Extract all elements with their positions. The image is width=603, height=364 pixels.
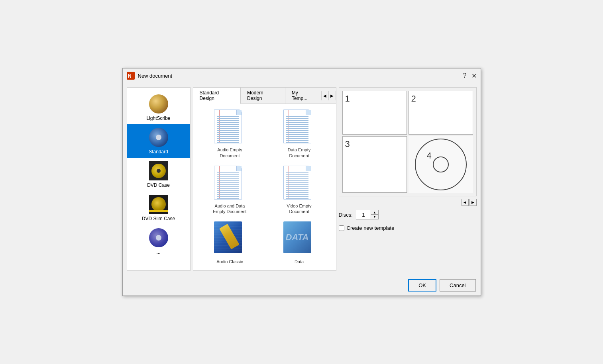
new-document-dialog: N New document ? ✕ LightScribe — [122, 68, 481, 296]
create-template-label: Create new template — [347, 225, 395, 231]
tab-nav-right-button[interactable]: ▶ — [329, 91, 336, 100]
preview-scroll-left-button[interactable]: ◀ — [462, 199, 469, 206]
bluray-icon — [149, 228, 169, 248]
titlebar: N New document ? ✕ — [123, 68, 481, 83]
titlebar-left: N New document — [127, 72, 173, 80]
lightscribe-label: LightScribe — [146, 115, 170, 121]
tab-standard-design[interactable]: Standard Design — [193, 88, 241, 104]
audio-classic-doc-icon — [214, 221, 246, 257]
audio-classic-label: Audio Classic — [216, 259, 243, 264]
dvd-slim-icon — [149, 194, 169, 214]
discs-spinner: ▲ ▼ — [356, 210, 379, 219]
sidebar-item-lightscribe[interactable]: LightScribe — [127, 91, 190, 124]
audio-data-lines — [217, 172, 239, 200]
preview-cell-3[interactable]: 3 — [342, 136, 407, 193]
dvd-inner-disc-icon — [151, 164, 166, 178]
audio-data-empty-label: Audio and DataEmpty Document — [213, 203, 246, 215]
lightscribe-icon — [149, 94, 169, 114]
tab-modern-design[interactable]: Modern Design — [241, 88, 285, 104]
dvd-slim-inner-icon — [151, 197, 166, 211]
create-template-row: Create new template — [339, 223, 477, 233]
data-label: Data — [295, 259, 304, 264]
disc-shape-icon: 4 — [415, 139, 467, 190]
data-empty-doc-icon — [283, 110, 315, 145]
dvd-case-label: DVD Case — [147, 182, 170, 188]
template-video-empty[interactable]: Video EmptyDocument — [267, 164, 332, 216]
preview-scroll-right-button[interactable]: ▶ — [469, 199, 477, 206]
dvd-slim-stripe-icon — [149, 210, 168, 212]
close-button[interactable]: ✕ — [471, 72, 477, 80]
tab-nav: ◀ ▶ — [321, 91, 336, 100]
sidebar-item-standard[interactable]: Standard — [127, 124, 190, 158]
preview-area: 1 2 3 4 — [339, 87, 477, 196]
audio-empty-paper-icon — [214, 110, 242, 143]
preview-number-1: 1 — [345, 94, 350, 104]
spinner-buttons: ▲ ▼ — [371, 210, 378, 219]
discs-options-row: Discs: ▲ ▼ — [339, 208, 477, 221]
dvd-case-icon — [149, 161, 169, 181]
dvd-slim-label: DVD Slim Case — [142, 216, 175, 221]
preview-cell-1[interactable]: 1 — [342, 91, 407, 135]
dialog-footer: OK Cancel — [123, 275, 481, 296]
left-panel-scroll: LightScribe Standard DVD C — [127, 88, 190, 270]
standard-label: Standard — [149, 149, 168, 155]
dialog-title: New document — [138, 73, 173, 79]
lightscribe-sphere-icon — [149, 94, 168, 114]
right-panel: 1 2 3 4 ◀ — [339, 87, 477, 270]
audio-empty-doc-icon — [214, 110, 246, 145]
preview-scroll-row: ◀ ▶ — [339, 199, 477, 206]
ok-button[interactable]: OK — [408, 279, 436, 292]
middle-panel: Standard Design Modern Design My Temp...… — [193, 87, 336, 270]
disc-inner-hole — [433, 157, 449, 172]
template-data[interactable]: DATA Data — [267, 220, 332, 266]
template-audio-data-empty[interactable]: Audio and DataEmpty Document — [197, 164, 263, 216]
preview-number-2: 2 — [411, 94, 416, 104]
standard-disc-icon — [149, 128, 168, 147]
pencil-shape-icon — [219, 224, 240, 249]
template-audio-empty[interactable]: Audio EmptyDocument — [197, 108, 263, 160]
audio-empty-label: Audio EmptyDocument — [217, 147, 242, 159]
tab-nav-left-button[interactable]: ◀ — [322, 91, 329, 100]
disc-number-4: 4 — [427, 151, 432, 161]
sidebar-item-dvd-slim[interactable]: DVD Slim Case — [127, 191, 190, 225]
video-empty-label: Video EmptyDocument — [287, 203, 311, 215]
audio-data-empty-doc-icon — [214, 166, 246, 202]
preview-cell-2[interactable]: 2 — [409, 91, 473, 135]
data-shape-icon: DATA — [283, 221, 311, 253]
help-button[interactable]: ? — [463, 72, 467, 79]
cancel-button[interactable]: Cancel — [440, 279, 475, 292]
dvd-slim-shape-icon — [149, 195, 168, 214]
template-audio-classic[interactable]: Audio Classic — [197, 220, 263, 266]
audio-classic-shape-icon — [214, 221, 242, 253]
dvd-case-shape-icon — [149, 161, 168, 180]
spinner-up-button[interactable]: ▲ — [371, 210, 378, 215]
discs-input[interactable] — [356, 210, 371, 219]
doc-lines — [217, 116, 239, 144]
template-data-empty[interactable]: Data EmptyDocument — [267, 108, 332, 160]
data-doc-icon: DATA — [283, 221, 315, 257]
sidebar-item-bluray[interactable]: ... — [127, 225, 190, 258]
spinner-down-button[interactable]: ▼ — [371, 215, 378, 219]
bluray-disc-icon — [149, 228, 168, 247]
standard-icon — [149, 127, 169, 147]
video-empty-lines — [286, 172, 308, 200]
data-empty-lines — [286, 116, 308, 144]
sidebar-item-dvd-case[interactable]: DVD Case — [127, 158, 190, 191]
video-empty-doc-icon — [283, 166, 315, 202]
video-empty-paper-icon — [283, 166, 311, 200]
preview-cell-4[interactable]: 4 — [409, 136, 473, 193]
tab-my-templates[interactable]: My Temp... — [285, 88, 321, 104]
audio-data-empty-paper-icon — [214, 166, 242, 200]
svg-text:N: N — [128, 73, 132, 79]
dialog-body: LightScribe Standard DVD C — [123, 83, 481, 274]
data-empty-label: Data EmptyDocument — [288, 147, 310, 159]
app-icon: N — [127, 72, 135, 80]
bluray-label: ... — [156, 249, 160, 255]
tabs-row: Standard Design Modern Design My Temp...… — [193, 88, 336, 104]
titlebar-controls: ? ✕ — [463, 72, 477, 80]
create-template-checkbox[interactable] — [339, 225, 344, 231]
left-panel: LightScribe Standard DVD C — [127, 87, 191, 270]
discs-label: Discs: — [339, 212, 353, 218]
templates-grid: Audio EmptyDocument — [193, 104, 336, 270]
data-empty-paper-icon — [283, 110, 311, 143]
